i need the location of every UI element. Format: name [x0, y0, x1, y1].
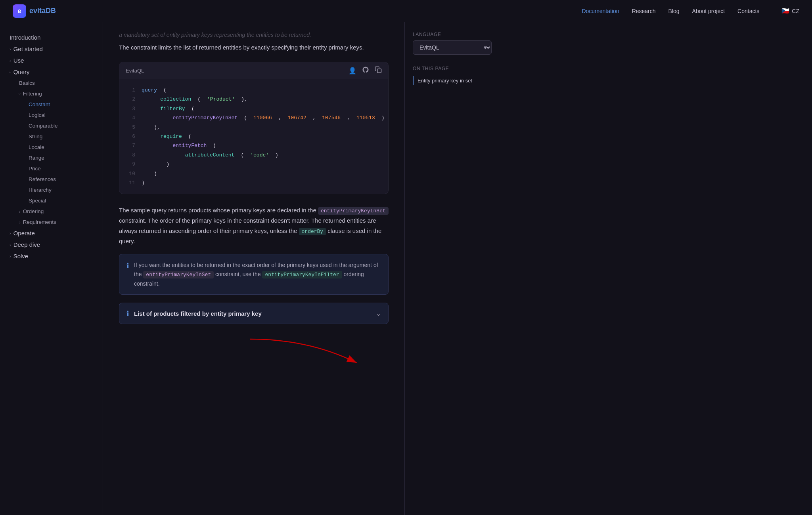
content-area: a mandatory set of entity primary keys r… [119, 22, 389, 371]
red-arrow [230, 335, 389, 371]
sidebar-label-ordering: Ordering [23, 208, 44, 214]
sidebar-item-requirements[interactable]: › Requirements [5, 217, 103, 227]
chevron-icon: › [10, 231, 11, 236]
nav-link-about[interactable]: About project [692, 8, 725, 14]
language-select[interactable]: EvitaQL GraphQL REST [413, 40, 492, 55]
sidebar-label-introduction: Introduction [10, 34, 40, 41]
code-icons: 👤 [349, 66, 382, 75]
user-icon[interactable]: 👤 [349, 67, 356, 74]
info-box: ℹ If you want the entities to be returne… [119, 254, 389, 295]
accordion-info-icon: ℹ [126, 309, 129, 318]
info-text: If you want the entities to be returned … [134, 261, 381, 288]
sidebar-label-get-started: Get started [13, 46, 43, 52]
code-line-7: 7 entityFetch( [127, 141, 380, 150]
sidebar-item-logical[interactable]: Logical [10, 110, 103, 120]
fade-top-text: a mandatory set of entity primary keys r… [119, 32, 389, 38]
accordion-header[interactable]: ℹ List of products filtered by entity pr… [119, 303, 388, 324]
description-text: The constraint limits the list of return… [119, 43, 389, 52]
sidebar-label-filtering: Filtering [23, 91, 42, 97]
chevron-icon: › [10, 47, 11, 52]
nav-link-contacts[interactable]: Contacts [737, 8, 759, 14]
code-line-6: 6 require( [127, 132, 380, 141]
code-line-5: 5 ), [127, 123, 380, 132]
on-this-page-item[interactable]: Entity primary key in set [413, 76, 492, 85]
svg-rect-0 [377, 69, 381, 73]
copy-icon[interactable] [375, 66, 382, 75]
on-this-page-label: On this page [413, 66, 492, 71]
code-tab-label[interactable]: EvitaQL [126, 68, 144, 74]
accordion-products: ℹ List of products filtered by entity pr… [119, 303, 389, 324]
sidebar-item-ordering[interactable]: › Ordering [5, 206, 103, 217]
sidebar-item-basics[interactable]: Basics [5, 78, 103, 88]
code-line-3: 3 filterBy( [127, 104, 380, 113]
sidebar-label-operate: Operate [13, 230, 35, 237]
sidebar: Introduction › Get started › Use › Query… [0, 22, 103, 515]
logo[interactable]: e evitaDB [13, 4, 56, 18]
sidebar-item-deep-dive[interactable]: › Deep dive [0, 239, 103, 250]
sidebar-item-range[interactable]: Range [10, 153, 103, 163]
chevron-icon: › [19, 209, 21, 214]
logo-text: evitaDB [29, 7, 56, 15]
sidebar-item-filtering[interactable]: › Filtering [5, 88, 103, 99]
sidebar-label-use: Use [13, 57, 24, 64]
accordion-chevron-icon: ⌄ [376, 310, 381, 317]
main-content: a mandatory set of entity primary keys r… [103, 22, 404, 515]
sidebar-filtering-sub: Constant Logical Comparable String Local… [5, 99, 103, 206]
chevron-icon: › [8, 71, 13, 73]
arrow-container [119, 335, 389, 371]
sidebar-label-query: Query [13, 69, 30, 75]
code-line-8: 8 attributeContent('code') [127, 151, 380, 160]
nav-link-blog[interactable]: Blog [668, 8, 680, 14]
sidebar-label-string: String [29, 134, 42, 139]
code-line-10: 10 ) [127, 169, 380, 178]
prose-paragraph: The sample query returns products whose … [119, 205, 389, 246]
sidebar-item-comparable[interactable]: Comparable [10, 120, 103, 131]
sidebar-item-use[interactable]: › Use [0, 55, 103, 66]
sidebar-label-basics: Basics [19, 80, 35, 86]
right-panel: Language EvitaQL GraphQL REST On this pa… [404, 22, 500, 515]
code-line-4: 4 entityPrimaryKeyInSet(110066, 106742, … [127, 113, 380, 122]
language-switcher[interactable]: 🇨🇿 CZ [781, 7, 799, 15]
chevron-icon: › [10, 242, 11, 247]
sidebar-item-get-started[interactable]: › Get started [0, 43, 103, 55]
code-body: 1query( 2 collection('Product'), 3 filte… [119, 79, 388, 194]
code-block: EvitaQL 👤 [119, 62, 389, 194]
code-line-9: 9 ) [127, 160, 380, 169]
nav-link-documentation[interactable]: Documentation [582, 8, 619, 14]
chevron-icon: › [10, 254, 11, 259]
chevron-icon: › [10, 58, 11, 63]
sidebar-item-operate[interactable]: › Operate [0, 227, 103, 239]
code-header: EvitaQL 👤 [119, 62, 388, 79]
code-line-11: 11) [127, 178, 380, 187]
sidebar-label-hierarchy: Hierarchy [29, 187, 52, 193]
nav-links: Documentation Research Blog About projec… [582, 7, 799, 15]
sidebar-item-introduction[interactable]: Introduction [0, 32, 103, 43]
inline-code-entity-primary: entityPrimaryKeyInSet [318, 207, 389, 215]
on-this-page-item-label: Entity primary key in set [417, 78, 472, 84]
sidebar-label-locale: Locale [29, 144, 44, 150]
sidebar-label-range: Range [29, 155, 44, 161]
inline-code-orderby: orderBy [299, 228, 326, 235]
navbar: e evitaDB Documentation Research Blog Ab… [0, 0, 812, 22]
sidebar-label-requirements: Requirements [23, 219, 56, 225]
code-line-2: 2 collection('Product'), [127, 95, 380, 104]
sidebar-label-references: References [29, 176, 56, 182]
sidebar-label-constant: Constant [29, 101, 50, 107]
sidebar-label-price: Price [29, 166, 41, 172]
sidebar-item-special[interactable]: Special [10, 195, 103, 206]
sidebar-item-hierarchy[interactable]: Hierarchy [10, 185, 103, 195]
sidebar-item-string[interactable]: String [10, 131, 103, 142]
sidebar-item-constant[interactable]: Constant [10, 99, 103, 110]
sidebar-label-logical: Logical [29, 112, 46, 118]
sidebar-item-query[interactable]: › Query [0, 66, 103, 78]
logo-icon: e [13, 4, 26, 18]
sidebar-item-solve[interactable]: › Solve [0, 250, 103, 262]
lang-label: CZ [792, 8, 799, 14]
sidebar-label-special: Special [29, 198, 46, 204]
sidebar-item-references[interactable]: References [10, 174, 103, 185]
sidebar-item-price[interactable]: Price [10, 163, 103, 174]
nav-link-research[interactable]: Research [632, 8, 656, 14]
inline-code-info1: entityPrimaryKeyInSet [143, 271, 214, 278]
sidebar-item-locale[interactable]: Locale [10, 142, 103, 153]
github-icon[interactable] [362, 66, 369, 75]
